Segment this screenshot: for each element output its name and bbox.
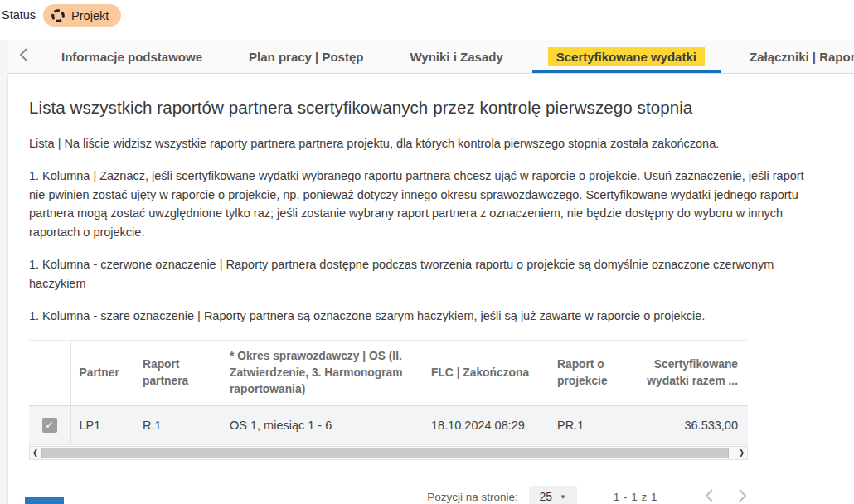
status-badge-label: Projekt [71,9,109,22]
status-bar: Status Projekt [0,0,854,40]
tab-label: Informacje podstawowe [60,47,204,66]
scrollbar-right-arrow-icon[interactable]: ❯ [736,447,747,459]
column-header-project-report: Raport o projekcie [549,340,628,405]
tab-label: Załączniki | Raport o projekcie [748,47,854,66]
status-dashed-circle-icon [51,8,66,23]
page-size-select[interactable]: 25 ▼ [529,486,577,504]
column-header-checkbox [29,340,70,405]
description-column-1: 1. Kolumna | Zaznacz, jeśli scertyfikowa… [29,167,813,241]
tab-informacje-podstawowe[interactable]: Informacje podstawowe [38,40,226,73]
column-header-certified-total: Scertyfikowane wydatki razem ... [628,340,748,405]
items-per-page-label: Pozycji na stronie: [427,491,518,503]
page-size-value: 25 [539,490,552,503]
description-column-1-red-mark: 1. Kolumna - czerwone oznaczenie | Rapor… [29,255,813,293]
description-list: Lista | Na liście widzisz wszystkie rapo… [29,134,813,153]
bottom-blue-bar [25,497,64,504]
cell-project-report: PR.1 [549,405,628,444]
scrollbar-left-arrow-icon[interactable]: ❮ [30,447,41,459]
project-status-badge[interactable]: Projekt [43,4,121,27]
table-header-row: Partner Raport partnera * Okres sprawozd… [29,340,748,405]
next-page-button[interactable] [725,485,759,504]
tab-wyniki-i-zasady[interactable]: Wyniki i Zasady [386,40,526,73]
cell-certified-total: 36.533,00 [628,405,748,444]
chevron-left-icon [19,47,28,65]
scrollbar-thumb[interactable] [41,448,729,458]
tabs-scroll-left-button[interactable] [8,40,38,73]
column-header-flc: FLC | Zakończona [423,340,549,405]
tab-label: Wyniki i Zasady [408,47,504,66]
tab-bar: Informacje podstawowe Plan pracy | Postę… [8,40,854,74]
check-icon: ✓ [45,419,54,431]
cell-partner: LP1 [70,405,134,444]
status-label: Status [2,4,36,27]
paginator: Pozycji na stronie: 25 ▼ 1 - 1 z 1 [29,485,759,504]
dropdown-arrow-icon: ▼ [560,493,566,501]
table-horizontal-scrollbar[interactable]: ❮ ❯ [29,446,748,460]
page-range-label: 1 - 1 z 1 [614,491,657,503]
tab-label: Plan pracy | Postęp [247,47,365,66]
table-row: ✓ LP1 R.1 OS 1, miesiąc 1 - 6 18.10.2024… [29,405,748,444]
description-column-1-gray-mark: 1. Kolumna - szare oznaczenie | Raporty … [29,307,813,325]
previous-page-button[interactable] [692,485,725,504]
tab-scertyfikowane-wydatki[interactable]: Scertyfikowane wydatki [526,40,726,73]
cell-partner-report: R.1 [134,405,221,444]
column-header-partner: Partner [70,340,134,405]
tab-plan-pracy-postep[interactable]: Plan pracy | Postęp [226,40,386,73]
chevron-left-icon [705,488,714,504]
column-header-partner-report: Raport partnera [134,340,221,405]
cell-reporting-period: OS 1, miesiąc 1 - 6 [221,405,423,444]
cell-flc-date: 18.10.2024 08:29 [423,405,549,444]
tab-zalaczniki-raport-o-projekcie[interactable]: Załączniki | Raport o projekcie [726,40,854,73]
column-header-reporting-period: * Okres sprawozdawczy | OS (II. Zatwierd… [221,340,423,405]
chevron-right-icon [738,488,747,504]
page-title: Lista wszystkich raportów partnera scert… [29,98,854,118]
cell-checkbox: ✓ [29,405,70,444]
page-left-margin [0,40,8,504]
tab-label-highlighted: Scertyfikowane wydatki [548,47,705,66]
row-checkbox-checked[interactable]: ✓ [42,418,57,433]
partner-reports-table: Partner Raport partnera * Okres sprawozd… [29,340,748,445]
certified-expenditure-panel: Lista wszystkich raportów partnera scert… [8,74,854,504]
